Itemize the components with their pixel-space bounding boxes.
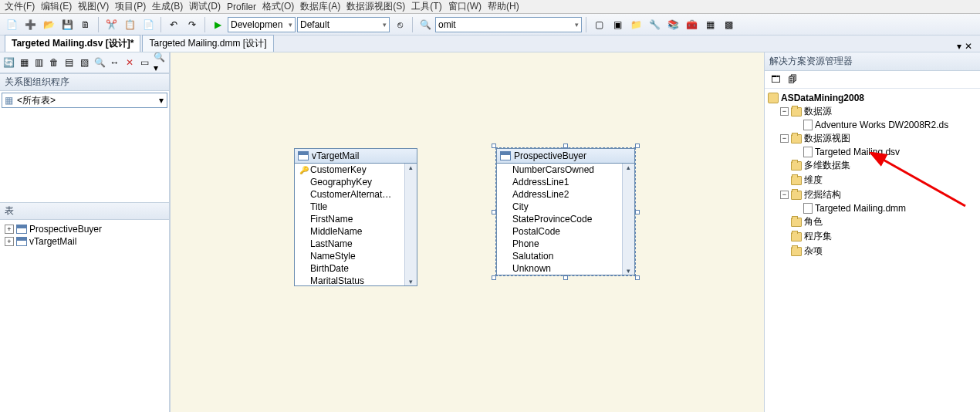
- project-node[interactable]: ASDataMining2008: [766, 92, 978, 104]
- find-icon[interactable]: 🔍: [417, 16, 434, 33]
- assemblies-folder[interactable]: 程序集: [766, 229, 978, 244]
- cubes-folder[interactable]: 多维数据集: [766, 158, 978, 173]
- table-item-vtargetmail[interactable]: + vTargetMail: [3, 235, 166, 248]
- solution-explorer-icon[interactable]: 📁: [627, 16, 644, 33]
- add-table-icon[interactable]: ▦: [18, 55, 32, 70]
- collapse-icon[interactable]: −: [780, 191, 789, 199]
- new-named-query-icon[interactable]: ▥: [32, 55, 46, 70]
- properties-icon[interactable]: 🗔: [769, 73, 782, 86]
- find-combo[interactable]: omit▾: [435, 17, 582, 32]
- save-icon[interactable]: 💾: [59, 16, 76, 33]
- add-item-icon[interactable]: ➕: [22, 16, 39, 33]
- dsv-item[interactable]: Targeted Mailing.dsv: [766, 146, 978, 158]
- menu-format[interactable]: 格式(O): [262, 0, 294, 13]
- column-item[interactable]: MaritalStatus: [295, 275, 417, 285]
- menu-edit[interactable]: 编辑(E): [41, 0, 72, 13]
- layout-icon[interactable]: ▭: [138, 55, 152, 70]
- column-item[interactable]: GeographyKey: [295, 176, 417, 188]
- redo-icon[interactable]: ↷: [184, 16, 201, 33]
- menu-file[interactable]: 文件(F): [5, 0, 35, 13]
- menu-help[interactable]: 帮助(H): [488, 0, 519, 13]
- copy-icon[interactable]: 📋: [121, 16, 138, 33]
- undo-icon[interactable]: ↶: [165, 16, 182, 33]
- tab-dmm[interactable]: Targeted Mailing.dmm [设计]: [142, 35, 273, 52]
- column-item[interactable]: Unknown: [497, 262, 634, 275]
- show-all-files-icon[interactable]: 🗐: [786, 73, 799, 86]
- mining-item[interactable]: Targeted Mailing.dmm: [766, 202, 978, 214]
- window-icon-1[interactable]: ▢: [590, 16, 607, 33]
- active-files-dropdown-icon[interactable]: ▾: [957, 41, 961, 52]
- column-item[interactable]: City: [497, 201, 634, 213]
- delete-icon[interactable]: 🗑: [48, 55, 62, 70]
- zoom-icon[interactable]: ✕: [123, 55, 137, 70]
- column-item[interactable]: CustomerAlternat…: [295, 188, 417, 201]
- refresh-icon[interactable]: 🔄: [2, 55, 16, 70]
- dimensions-folder[interactable]: 维度: [766, 173, 978, 187]
- column-item[interactable]: 🔑CustomerKey: [295, 164, 417, 176]
- deploy-icon[interactable]: ⎋: [391, 16, 408, 33]
- menu-view[interactable]: 视图(V): [78, 0, 109, 13]
- close-document-icon[interactable]: ✕: [965, 41, 972, 52]
- table-title[interactable]: vTargetMail: [295, 149, 417, 164]
- dsv-canvas[interactable]: vTargetMail 🔑CustomerKey GeographyKey Cu…: [170, 52, 764, 412]
- open-icon[interactable]: 📂: [40, 16, 57, 33]
- show-table-icon[interactable]: ▤: [63, 55, 76, 70]
- object-browser-icon[interactable]: 📚: [664, 16, 681, 33]
- cut-icon[interactable]: ✂️: [103, 16, 120, 33]
- menu-database[interactable]: 数据库(A): [300, 0, 340, 13]
- column-item[interactable]: AddressLine1: [497, 176, 634, 188]
- mining-folder[interactable]: −挖掘结构: [766, 187, 978, 202]
- roles-folder[interactable]: 角色: [766, 214, 978, 229]
- column-item[interactable]: StateProvinceCode: [497, 213, 634, 225]
- solution-config-combo[interactable]: Developmen▾: [228, 17, 296, 32]
- table-prospectivebuyer[interactable]: ProspectiveBuyer NumberCarsOwned Address…: [496, 148, 635, 275]
- menu-dsv[interactable]: 数据源视图(S): [346, 0, 405, 13]
- arrange-icon[interactable]: ↔: [108, 55, 122, 70]
- column-item[interactable]: NumberCarsOwned: [497, 164, 634, 176]
- menu-build[interactable]: 生成(B): [152, 0, 183, 13]
- platform-combo[interactable]: Default▾: [297, 17, 390, 32]
- table-item-prospectivebuyer[interactable]: + ProspectiveBuyer: [3, 223, 166, 235]
- menu-window[interactable]: 窗口(W): [448, 0, 482, 13]
- extra-icon[interactable]: ▩: [720, 16, 737, 33]
- tab-dsv[interactable]: Targeted Mailing.dsv [设计]*: [5, 35, 140, 52]
- column-item[interactable]: AddressLine2: [497, 188, 634, 201]
- scrollbar[interactable]: ▴▾: [404, 164, 417, 285]
- collapse-icon[interactable]: −: [780, 107, 789, 116]
- menu-debug[interactable]: 调试(D): [189, 0, 221, 13]
- collapse-icon[interactable]: −: [780, 134, 789, 143]
- table-title[interactable]: ProspectiveBuyer: [497, 149, 634, 164]
- expander-icon[interactable]: +: [5, 237, 14, 246]
- new-project-icon[interactable]: 📄: [3, 16, 20, 33]
- properties-icon[interactable]: 🔧: [646, 16, 663, 33]
- save-all-icon[interactable]: 🗎: [77, 16, 94, 33]
- start-page-icon[interactable]: ▦: [701, 16, 718, 33]
- zoom-dropdown[interactable]: 🔍▾: [153, 55, 167, 70]
- find-table-icon[interactable]: 🔍: [93, 55, 106, 70]
- menu-tools[interactable]: 工具(T): [411, 0, 441, 13]
- column-item[interactable]: LastName: [295, 238, 417, 250]
- dsviews-folder[interactable]: −数据源视图: [766, 131, 978, 146]
- column-item[interactable]: Title: [295, 201, 417, 213]
- menu-profiler[interactable]: Profiler: [227, 2, 256, 12]
- column-item[interactable]: PostalCode: [497, 225, 634, 238]
- scrollbar[interactable]: ▴▾: [622, 164, 634, 275]
- datasource-item[interactable]: Adventure Works DW2008R2.ds: [766, 119, 978, 131]
- run-icon[interactable]: ▶: [209, 16, 226, 33]
- all-tables-filter[interactable]: ▦ <所有表> ▾: [2, 93, 167, 108]
- hide-table-icon[interactable]: ▧: [78, 55, 92, 70]
- misc-folder[interactable]: 杂项: [766, 244, 978, 258]
- window-icon-2[interactable]: ▣: [609, 16, 626, 33]
- toolbox-icon[interactable]: 🧰: [683, 16, 700, 33]
- column-item[interactable]: FirstName: [295, 213, 417, 225]
- expander-icon[interactable]: +: [5, 225, 14, 234]
- column-item[interactable]: MiddleName: [295, 225, 417, 238]
- paste-icon[interactable]: 📄: [140, 16, 157, 33]
- column-item[interactable]: BirthDate: [295, 262, 417, 275]
- column-item[interactable]: Phone: [497, 238, 634, 250]
- datasources-folder[interactable]: −数据源: [766, 104, 978, 119]
- column-item[interactable]: Salutation: [497, 250, 634, 262]
- chevron-down-icon[interactable]: ▾: [156, 95, 167, 106]
- column-item[interactable]: NameStyle: [295, 250, 417, 262]
- menu-project[interactable]: 项目(P): [115, 0, 146, 13]
